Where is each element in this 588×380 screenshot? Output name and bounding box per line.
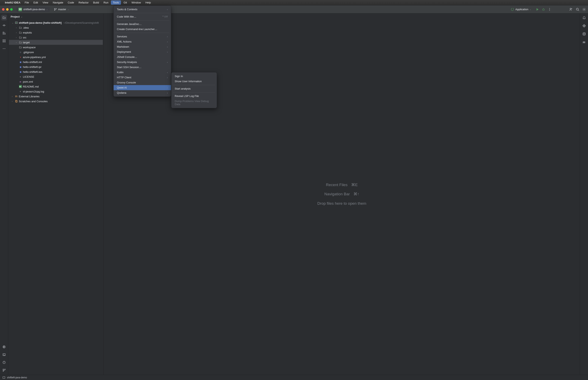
svg-point-11 [3, 32, 4, 33]
git-branch-selector[interactable]: master ⌄ [52, 7, 71, 12]
menu-help[interactable]: Help [144, 0, 153, 5]
menu-item[interactable]: HTTP Client› [114, 75, 171, 80]
more-icon[interactable] [548, 8, 551, 11]
chevron-right-icon: › [167, 46, 168, 48]
menu-item[interactable]: Qwiet AI› [114, 85, 171, 90]
vcs-tool-button[interactable] [1, 367, 7, 373]
tree-item[interactable]: M↓README.md [9, 84, 103, 89]
notifications-tool-button[interactable] [581, 15, 587, 20]
menu-item-label: Kotlin [117, 71, 124, 74]
menu-window[interactable]: Window [130, 0, 143, 5]
tree-item[interactable]: ▣hello-shiftleft.iws [9, 69, 103, 74]
run-configuration-selector[interactable]: Application ⌄ [509, 7, 533, 12]
database-tool-button[interactable] [581, 31, 587, 37]
tree-item[interactable]: ▣hello-shiftleft.iml [9, 59, 103, 64]
editor-area[interactable]: Recent Files⌘E Navigation Bar⌘↑ Drop fil… [104, 14, 580, 375]
expand-arrow-icon[interactable]: › [16, 41, 18, 44]
tree-item-label: target [23, 41, 30, 44]
tree-item[interactable]: ⊘.gitignore [9, 50, 103, 55]
run-config-name: Application [515, 8, 528, 11]
expand-arrow-icon[interactable]: › [16, 27, 18, 29]
tree-item-label: azure-pipelines.yml [23, 56, 46, 59]
project-tool-button[interactable] [1, 15, 7, 20]
maximize-window-button[interactable] [10, 8, 13, 11]
menu-build[interactable]: Build [91, 0, 101, 5]
menu-file[interactable]: File [23, 0, 31, 5]
menu-item[interactable]: Start analysis [172, 86, 217, 91]
svg-rect-28 [16, 22, 17, 23]
svg-rect-22 [3, 354, 5, 356]
commit-tool-button[interactable] [1, 22, 7, 28]
expand-arrow-icon[interactable]: ⌄ [12, 22, 14, 24]
menu-view[interactable]: View [41, 0, 50, 5]
tree-item[interactable]: ▣hello-shiftleft.ipr [9, 64, 103, 69]
tree-item[interactable]: ›target [9, 40, 103, 45]
menu-edit[interactable]: Edit [32, 0, 40, 5]
close-window-button[interactable] [2, 8, 4, 11]
pull-requests-tool-button[interactable] [1, 30, 7, 36]
menu-item[interactable]: Qodana› [114, 90, 171, 95]
menu-git[interactable]: Git [122, 0, 129, 5]
tree-item[interactable]: workspace [9, 45, 103, 50]
tree-item[interactable]: ≡sl-javasrc2cpg.log [9, 89, 103, 94]
menu-run[interactable]: Run [102, 0, 110, 5]
tree-item[interactable]: ▾azure-pipelines.yml [9, 55, 103, 59]
minimize-window-button[interactable] [6, 8, 9, 11]
menu-item[interactable]: XML Actions› [114, 39, 171, 44]
menu-item[interactable]: Show User Information [172, 79, 217, 84]
tree-item[interactable]: ›exploits [9, 30, 103, 35]
search-icon[interactable] [576, 8, 579, 11]
menu-item[interactable]: Tasks & Contexts› [114, 7, 171, 12]
menu-tools[interactable]: Tools [111, 0, 121, 5]
menu-item[interactable]: Generate JavaDoc… [114, 21, 171, 27]
menu-item[interactable]: Create Command-line Launcher… [114, 27, 171, 32]
play-outline-icon [2, 345, 6, 348]
menu-item[interactable]: Services› [114, 34, 171, 39]
ai-tool-button[interactable] [581, 23, 587, 29]
menu-item[interactable]: Security Analysis› [114, 59, 171, 65]
drop-hint: Drop files here to open them [317, 199, 366, 208]
menu-item[interactable]: JShell Console… [114, 54, 171, 59]
menu-item[interactable]: Code With Me…⌃⇧Y [114, 14, 171, 19]
scratches-and-consoles[interactable]: › Scratches and Consoles [9, 99, 103, 104]
expand-arrow-icon[interactable]: › [12, 100, 14, 102]
menu-item[interactable]: Reveal LSP Log File [172, 94, 217, 99]
expand-arrow-icon[interactable]: › [12, 95, 14, 97]
menu-item[interactable]: Start SSH Session… [114, 65, 171, 70]
tree-item-label: hello-shiftleft.ipr [23, 65, 41, 69]
menu-navigate[interactable]: Navigate [51, 0, 65, 5]
maven-tool-button[interactable]: m [581, 39, 587, 45]
status-module-name[interactable]: shiftleft-java-demo [7, 376, 27, 379]
svg-point-7 [570, 8, 571, 9]
tree-item[interactable]: ›src [9, 35, 103, 40]
tree-item[interactable]: ≡LICENSE [9, 74, 103, 79]
chevron-right-icon: › [167, 71, 168, 74]
tree-item[interactable]: mpom.xml [9, 79, 103, 84]
tree-root[interactable]: ⌄ shiftleft-java-demo [hello-shiftleft] … [9, 20, 103, 25]
terminal-tool-button[interactable] [1, 352, 7, 358]
menu-item[interactable]: Deployment› [114, 49, 171, 54]
menu-code[interactable]: Code [66, 0, 76, 5]
debug-button-icon[interactable] [542, 8, 545, 11]
menu-refactor[interactable]: Refactor [77, 0, 90, 5]
run-tool-button[interactable] [1, 344, 7, 350]
sidebar-header[interactable]: Project ⌄ [8, 14, 104, 20]
svg-point-1 [56, 8, 57, 9]
structure-tool-button[interactable] [1, 38, 7, 44]
project-selector[interactable]: SD shiftleft-java-demo ⌄ [16, 7, 50, 12]
problems-tool-button[interactable] [1, 360, 7, 365]
menu-item[interactable]: Sign In [172, 74, 217, 79]
expand-arrow-icon[interactable]: › [16, 32, 18, 34]
settings-icon[interactable] [582, 8, 586, 11]
run-button-icon[interactable] [536, 8, 539, 11]
collaborate-icon[interactable] [569, 8, 573, 11]
scratches-icon [15, 100, 18, 103]
menu-item[interactable]: Kotlin› [114, 70, 171, 75]
external-libraries[interactable]: › External Libraries [9, 94, 103, 99]
expand-arrow-icon[interactable]: › [16, 37, 18, 39]
more-tools-button[interactable] [1, 46, 7, 52]
tree-item[interactable]: ›.idea [9, 25, 103, 30]
chevron-right-icon: › [167, 51, 168, 53]
menu-item[interactable]: Groovy Console [114, 80, 171, 85]
menu-item[interactable]: Markdown› [114, 44, 171, 49]
